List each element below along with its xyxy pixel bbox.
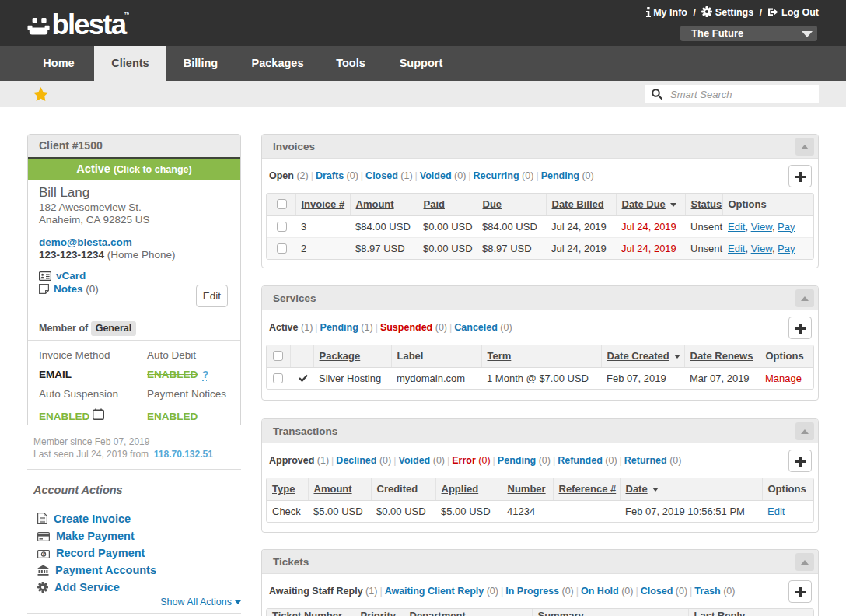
svg-text:blesta: blesta: [52, 9, 128, 40]
svg-text:™: ™: [124, 11, 129, 19]
